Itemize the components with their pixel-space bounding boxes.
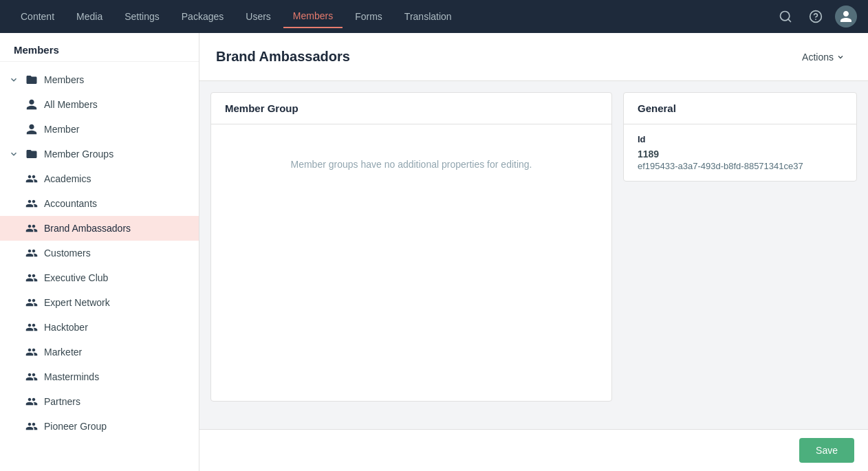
user-avatar[interactable] [835, 6, 857, 28]
sidebar-item-label: Masterminds [44, 371, 191, 382]
member-icon [25, 98, 39, 111]
top-nav: ContentMediaSettingsPackagesUsersMembers… [0, 0, 868, 33]
sidebar-item-label: Accountants [44, 198, 191, 209]
sidebar-item-label: Member [44, 124, 191, 135]
sidebar-item-label: Executive Club [44, 272, 191, 283]
sidebar-item-expert-network[interactable]: Expert Network [0, 290, 199, 315]
save-button[interactable]: Save [799, 438, 854, 463]
search-icon[interactable] [774, 6, 796, 28]
nav-item-users[interactable]: Users [236, 6, 281, 28]
sidebar-item-label: Partners [44, 396, 191, 407]
sidebar-item-label: Marketer [44, 347, 191, 358]
actions-button[interactable]: Actions [792, 46, 854, 68]
nav-item-translation[interactable]: Translation [395, 6, 462, 28]
group-icon [25, 221, 39, 235]
sidebar-item-all-members[interactable]: All Members [0, 92, 199, 117]
sidebar-item-accountants[interactable]: Accountants [0, 191, 199, 216]
sidebar-item-label: Expert Network [44, 297, 191, 308]
member-group-empty-msg: Member groups have no additional propert… [225, 138, 598, 190]
page-header: Actions [199, 33, 868, 81]
svg-line-1 [788, 19, 791, 22]
sidebar-item-member[interactable]: Member [0, 117, 199, 142]
nav-item-forms[interactable]: Forms [345, 6, 392, 28]
sidebar-item-label: Hacktober [44, 322, 191, 333]
folder-icon [25, 73, 39, 87]
chevron-down-icon [836, 53, 845, 61]
sidebar-item-marketer[interactable]: Marketer [0, 340, 199, 364]
sidebar-tree: MembersAll MembersMemberMember GroupsAca… [0, 62, 199, 444]
toggle-icon [8, 74, 19, 85]
sidebar-item-label: Brand Ambassadors [44, 223, 191, 234]
nav-items: ContentMediaSettingsPackagesUsersMembers… [11, 5, 774, 28]
sidebar-item-customers[interactable]: Customers [0, 241, 199, 265]
general-panel-header: General [624, 93, 856, 124]
help-icon[interactable] [805, 6, 827, 28]
actions-label: Actions [802, 52, 834, 63]
sidebar-item-pioneer-group[interactable]: Pioneer Group [0, 414, 199, 439]
page-title-input[interactable] [213, 43, 781, 70]
sidebar-item-label: Member Groups [44, 149, 191, 160]
group-icon [25, 320, 39, 334]
sidebar-item-label: Academics [44, 173, 191, 184]
sidebar-header: Members [0, 33, 199, 62]
nav-item-members[interactable]: Members [283, 5, 343, 28]
sidebar-item-label: Members [44, 74, 191, 85]
group-icon [25, 419, 39, 433]
general-panel: General Id 1189 ef195433-a3a7-493d-b8fd-… [623, 92, 857, 182]
sidebar-item-masterminds[interactable]: Masterminds [0, 364, 199, 389]
id-field: Id 1189 ef195433-a3a7-493d-b8fd-88571341… [624, 124, 856, 181]
id-guid: ef195433-a3a7-493d-b8fd-88571341ce37 [638, 161, 843, 171]
group-icon [25, 172, 39, 186]
folder-icon [25, 147, 39, 161]
sidebar-item-brand-ambassadors[interactable]: Brand Ambassadors [0, 216, 199, 241]
sidebar-item-label: Customers [44, 248, 191, 259]
sidebar: Members MembersAll MembersMemberMember G… [0, 33, 199, 471]
group-icon [25, 395, 39, 408]
sidebar-item-academics[interactable]: Academics [0, 166, 199, 191]
nav-item-content[interactable]: Content [11, 6, 64, 28]
main-content: Actions Member Group Member groups have … [199, 33, 868, 471]
toggle-icon [8, 149, 19, 160]
nav-item-media[interactable]: Media [67, 6, 112, 28]
nav-item-settings[interactable]: Settings [115, 6, 169, 28]
sidebar-item-label: Pioneer Group [44, 421, 191, 432]
group-icon [25, 345, 39, 359]
group-icon [25, 197, 39, 210]
group-icon [25, 246, 39, 260]
sidebar-item-label: All Members [44, 99, 191, 110]
sidebar-item-partners[interactable]: Partners [0, 389, 199, 414]
sidebar-item-executive-club[interactable]: Executive Club [0, 265, 199, 290]
member-group-panel: Member Group Member groups have no addit… [210, 92, 612, 402]
group-icon [25, 271, 39, 285]
sidebar-item-hacktober[interactable]: Hacktober [0, 315, 199, 340]
member-icon [25, 122, 39, 136]
member-group-panel-header: Member Group [211, 93, 611, 124]
sidebar-item-members-root[interactable]: Members [0, 67, 199, 92]
page-footer: Save [199, 429, 868, 471]
group-icon [25, 370, 39, 384]
content-area: Member Group Member groups have no addit… [199, 81, 868, 429]
layout: Members MembersAll MembersMemberMember G… [0, 33, 868, 471]
sidebar-item-member-groups[interactable]: Member Groups [0, 142, 199, 166]
group-icon [25, 296, 39, 309]
member-group-panel-body: Member groups have no additional propert… [211, 124, 611, 204]
nav-item-packages[interactable]: Packages [172, 6, 233, 28]
id-label: Id [638, 134, 843, 144]
nav-right [774, 6, 857, 28]
id-value: 1189 [638, 149, 843, 160]
